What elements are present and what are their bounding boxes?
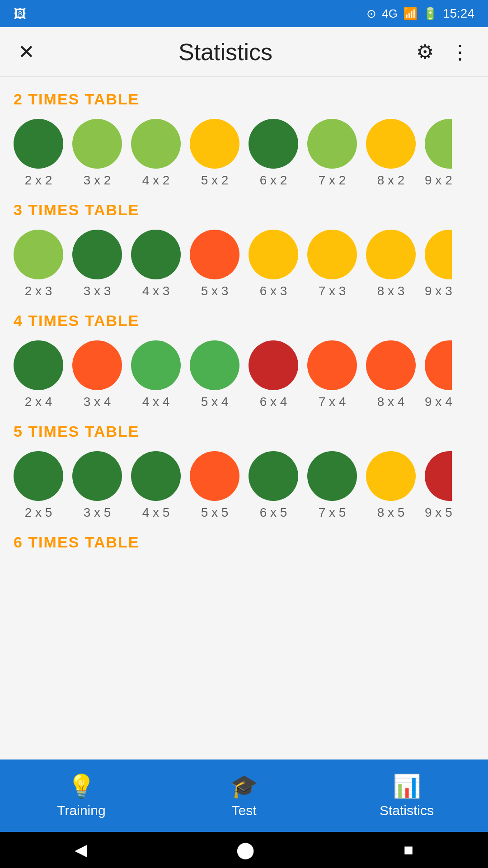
test-label: Test	[231, 803, 256, 818]
training-icon: 💡	[67, 773, 95, 799]
circle-item[interactable]: 5 x 5	[190, 451, 239, 520]
bottom-navigation: 💡 Training 🎓 Test 📊 Statistics	[0, 760, 488, 832]
circles-row-5-times: 2 x 53 x 54 x 55 x 56 x 57 x 58 x 59 x 5	[14, 451, 474, 520]
circle-label: 8 x 4	[377, 395, 405, 409]
nav-test[interactable]: 🎓 Test	[163, 766, 325, 826]
circles-row-2-times: 2 x 23 x 24 x 25 x 26 x 27 x 28 x 29 x 2	[14, 119, 474, 188]
circle-8-x-4	[366, 340, 416, 390]
circle-item[interactable]: 8 x 2	[366, 119, 416, 188]
circle-item[interactable]: 3 x 4	[72, 340, 122, 409]
circle-item[interactable]: 2 x 2	[14, 119, 63, 188]
circles-row-3-times: 2 x 33 x 34 x 35 x 36 x 37 x 38 x 39 x 3	[14, 230, 474, 298]
circle-item[interactable]: 9 x 4	[425, 340, 452, 409]
circle-3-x-5	[72, 451, 122, 501]
circle-item[interactable]: 2 x 3	[14, 230, 63, 298]
circle-item[interactable]: 8 x 4	[366, 340, 416, 409]
circle-9-x-3	[425, 230, 452, 279]
circle-label: 4 x 5	[142, 505, 170, 520]
circle-item[interactable]: 5 x 3	[190, 230, 239, 298]
circle-item[interactable]: 3 x 3	[72, 230, 122, 298]
test-icon: 🎓	[230, 773, 258, 799]
circle-4-x-2	[131, 119, 181, 169]
circle-item[interactable]: 4 x 5	[131, 451, 181, 520]
back-button[interactable]: ◀	[75, 840, 87, 859]
section-title-3-times: 3 TIMES TABLE	[14, 201, 474, 219]
section-title-6-times: 6 TIMES TABLE	[14, 533, 474, 551]
circle-label: 7 x 5	[319, 505, 346, 520]
circle-label: 6 x 4	[260, 395, 287, 409]
circle-item[interactable]: 7 x 4	[307, 340, 357, 409]
circle-label: 2 x 4	[25, 395, 52, 409]
circle-item[interactable]: 9 x 5	[425, 451, 452, 520]
circle-5-x-5	[190, 451, 239, 501]
circle-item[interactable]: 2 x 4	[14, 340, 63, 409]
nav-statistics[interactable]: 📊 Statistics	[325, 766, 488, 826]
circle-7-x-3	[307, 230, 357, 279]
circle-label: 2 x 2	[25, 173, 52, 188]
settings-button[interactable]: ⚙	[416, 40, 434, 63]
circle-item[interactable]: 5 x 4	[190, 340, 239, 409]
page-title: Statistics	[178, 38, 272, 66]
circle-item[interactable]: 3 x 2	[72, 119, 122, 188]
circle-label: 6 x 5	[260, 505, 287, 520]
circle-5-x-2	[190, 119, 239, 169]
circle-4-x-4	[131, 340, 181, 390]
circle-6-x-2	[249, 119, 298, 169]
circle-item[interactable]: 4 x 2	[131, 119, 181, 188]
circle-item[interactable]: 9 x 3	[425, 230, 452, 298]
circle-item[interactable]: 6 x 2	[249, 119, 298, 188]
section-title-4-times: 4 TIMES TABLE	[14, 312, 474, 330]
circle-item[interactable]: 8 x 3	[366, 230, 416, 298]
circle-9-x-5	[425, 451, 452, 501]
circle-item[interactable]: 7 x 2	[307, 119, 357, 188]
circle-item[interactable]: 6 x 5	[249, 451, 298, 520]
android-nav-bar: ◀ ⬤ ■	[0, 832, 488, 868]
status-bar: 🖼 ⊙ 4G 📶 🔋 15:24	[0, 0, 488, 27]
circle-item[interactable]: 6 x 4	[249, 340, 298, 409]
circle-item[interactable]: 9 x 2	[425, 119, 452, 188]
circle-6-x-4	[249, 340, 298, 390]
circle-9-x-2	[425, 119, 452, 169]
circle-item[interactable]: 3 x 5	[72, 451, 122, 520]
section-6-times: 6 TIMES TABLE	[14, 533, 474, 551]
circle-4-x-3	[131, 230, 181, 279]
circle-7-x-4	[307, 340, 357, 390]
circle-8-x-2	[366, 119, 416, 169]
circle-label: 2 x 3	[25, 284, 52, 298]
circle-2-x-4	[14, 340, 63, 390]
nav-training[interactable]: 💡 Training	[0, 766, 163, 826]
circle-item[interactable]: 6 x 3	[249, 230, 298, 298]
circle-item[interactable]: 2 x 5	[14, 451, 63, 520]
statistics-icon: 📊	[393, 773, 421, 799]
circle-7-x-5	[307, 451, 357, 501]
section-4-times: 4 TIMES TABLE2 x 43 x 44 x 45 x 46 x 47 …	[14, 312, 474, 409]
section-2-times: 2 TIMES TABLE2 x 23 x 24 x 25 x 26 x 27 …	[14, 90, 474, 188]
circle-label: 3 x 2	[84, 173, 111, 188]
circle-3-x-3	[72, 230, 122, 279]
circle-3-x-2	[72, 119, 122, 169]
status-bar-left: 🖼	[14, 6, 26, 21]
circle-7-x-2	[307, 119, 357, 169]
circle-item[interactable]: 8 x 5	[366, 451, 416, 520]
circle-9-x-4	[425, 340, 452, 390]
circle-8-x-3	[366, 230, 416, 279]
circle-label: 9 x 2	[425, 173, 452, 188]
training-label: Training	[57, 803, 105, 818]
battery-icon: 🔋	[423, 7, 437, 21]
circle-5-x-4	[190, 340, 239, 390]
circle-item[interactable]: 7 x 3	[307, 230, 357, 298]
circle-label: 9 x 4	[425, 395, 452, 409]
more-button[interactable]: ⋮	[450, 40, 470, 63]
circle-label: 7 x 3	[319, 284, 346, 298]
circle-label: 3 x 5	[84, 505, 111, 520]
home-button[interactable]: ⬤	[236, 840, 254, 859]
circle-label: 4 x 3	[142, 284, 170, 298]
recent-apps-button[interactable]: ■	[404, 840, 413, 859]
circle-item[interactable]: 7 x 5	[307, 451, 357, 520]
circle-item[interactable]: 4 x 3	[131, 230, 181, 298]
target-icon: ⊙	[366, 7, 376, 21]
close-button[interactable]: ✕	[18, 40, 35, 63]
circle-item[interactable]: 4 x 4	[131, 340, 181, 409]
circle-item[interactable]: 5 x 2	[190, 119, 239, 188]
circle-label: 4 x 4	[142, 395, 170, 409]
